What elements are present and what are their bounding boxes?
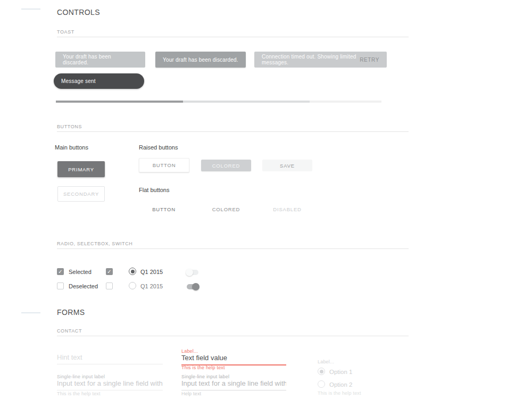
flat-disabled-button[interactable]: DISABLED <box>267 205 307 213</box>
flat-button[interactable]: BUTTON <box>144 205 184 213</box>
single-line-left-label: Single-line input label <box>57 374 105 379</box>
selection-section-label: RADIO, SELECTBOX, SWITCH <box>57 241 132 246</box>
buttons-section-divider <box>57 131 409 132</box>
radio-dot <box>320 370 323 373</box>
toast-with-action: Connection timed out. Showing limited me… <box>254 52 387 68</box>
toast-medium: Your draft has been discarded. <box>155 52 246 68</box>
option1-label: Option 1 <box>329 369 352 375</box>
section-marker-line <box>21 312 40 313</box>
toast-light: Your draft has been discarded. <box>55 52 145 68</box>
radio-dot <box>131 270 135 273</box>
contact-section-label: CONTACT <box>57 328 82 334</box>
secondary-button[interactable]: SECONDARY <box>57 186 105 202</box>
main-buttons-label: Main buttons <box>55 144 88 151</box>
radio-unselected-label: Q1 2015 <box>140 283 163 289</box>
toast-light-text: Your draft has been discarded. <box>63 54 138 65</box>
section-marker-line <box>21 9 40 10</box>
option1-radio[interactable] <box>318 368 325 375</box>
raised-buttons-label: Raised buttons <box>139 144 178 151</box>
checkmark-icon: ✓ <box>58 268 62 275</box>
toast-section-divider <box>57 37 409 37</box>
raised-colored-button[interactable]: COLORED <box>201 160 251 171</box>
radio-selected[interactable] <box>129 268 136 275</box>
checkbox-deselected[interactable] <box>57 282 64 289</box>
switch-on[interactable] <box>187 284 198 289</box>
toast-section-label: TOAST <box>57 29 74 35</box>
single-line-mid-help: Help text <box>181 391 201 396</box>
page-title-forms: FORMS <box>57 308 85 317</box>
checkbox-checked-plain[interactable]: ✓ <box>106 268 113 275</box>
contact-section-divider <box>57 336 409 336</box>
text-field-label: Label... <box>181 348 198 354</box>
retry-button[interactable]: RETRY <box>360 57 379 63</box>
checkbox-deselected-label: Deselected <box>69 283 98 289</box>
buttons-section-label: BUTTONS <box>57 124 82 129</box>
radio-selected-label: Q1 2015 <box>140 269 163 275</box>
option2-label: Option 2 <box>329 381 352 388</box>
checkbox-selected[interactable]: ✓ <box>57 268 64 275</box>
switch-off[interactable] <box>187 270 198 275</box>
toast-snackbar: Message sent <box>54 73 144 89</box>
style-guide-page: CONTROLS TOAST Your draft has been disca… <box>0 0 532 399</box>
save-button[interactable]: SAVE <box>262 160 312 171</box>
checkbox-selected-label: Selected <box>69 269 92 275</box>
option2-radio[interactable] <box>318 380 325 388</box>
radio-group-label: Label... <box>318 359 334 364</box>
radio-group-help: This is the help text <box>318 390 361 396</box>
radio-unselected[interactable] <box>129 282 136 289</box>
switch-thumb <box>192 283 200 290</box>
selection-section-divider <box>57 248 409 249</box>
checkmark-icon: ✓ <box>107 268 111 275</box>
flat-buttons-label: Flat buttons <box>139 187 169 193</box>
progress-fill <box>56 101 183 103</box>
progress-bar <box>56 101 381 103</box>
raised-button[interactable]: BUTTON <box>139 158 189 172</box>
toast-medium-text: Your draft has been discarded. <box>163 57 238 63</box>
single-line-mid-field[interactable]: Input text for a single line field with … <box>181 379 286 390</box>
toast-snackbar-text: Message sent <box>61 78 96 84</box>
page-title-controls: CONTROLS <box>57 8 100 16</box>
hint-text-field[interactable]: Hint text <box>57 353 163 364</box>
toast-action-text: Connection timed out. Showing limited me… <box>262 54 360 65</box>
single-line-left-field[interactable]: Input text for a single line field with … <box>57 379 163 390</box>
primary-button[interactable]: PRIMARY <box>57 161 105 177</box>
single-line-left-help: This is the help text <box>57 391 101 396</box>
single-line-mid-label: Single-line input label <box>181 374 229 379</box>
checkbox-unchecked-plain[interactable] <box>106 282 113 289</box>
flat-colored-button[interactable]: COLORED <box>206 205 246 213</box>
text-field-value[interactable]: Text field value <box>181 354 286 365</box>
switch-thumb <box>186 269 193 276</box>
text-field-help: This is the help text <box>181 365 225 370</box>
